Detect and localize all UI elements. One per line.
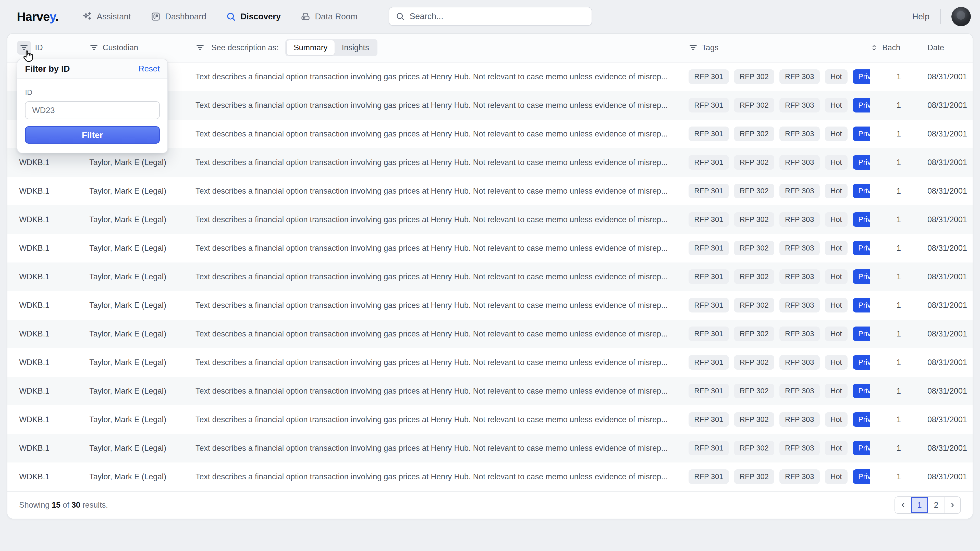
tag-pill[interactable]: RFP 302 (734, 269, 774, 284)
tag-pill[interactable]: Hot (825, 298, 848, 313)
priv-tag-pill[interactable]: Priv (853, 469, 870, 484)
tag-pill[interactable]: RFP 301 (689, 298, 729, 313)
tag-pill[interactable]: RFP 303 (780, 69, 820, 84)
tag-pill[interactable]: RFP 302 (734, 212, 774, 227)
tag-pill[interactable]: RFP 302 (734, 355, 774, 370)
priv-tag-pill[interactable]: Priv (853, 155, 870, 170)
tag-pill[interactable]: RFP 301 (689, 212, 729, 227)
priv-tag-pill[interactable]: Priv (853, 441, 870, 455)
tag-pill[interactable]: RFP 301 (689, 327, 729, 341)
tag-pill[interactable]: Hot (825, 184, 848, 198)
tag-pill[interactable]: Hot (825, 441, 848, 455)
tag-pill[interactable]: Hot (825, 327, 848, 341)
tag-pill[interactable]: Hot (825, 69, 848, 84)
tag-pill[interactable]: RFP 302 (734, 327, 774, 341)
tag-pill[interactable]: RFP 303 (780, 469, 820, 484)
tag-pill[interactable]: RFP 301 (689, 155, 729, 170)
tag-pill[interactable]: RFP 301 (689, 384, 729, 398)
tag-pill[interactable]: RFP 301 (689, 441, 729, 455)
tag-pill[interactable]: RFP 301 (689, 241, 729, 256)
priv-tag-pill[interactable]: Priv (853, 127, 870, 141)
tag-pill[interactable]: Hot (825, 412, 848, 427)
tag-pill[interactable]: Hot (825, 269, 848, 284)
tag-pill[interactable]: RFP 303 (780, 127, 820, 141)
priv-tag-pill[interactable]: Priv (853, 212, 870, 227)
tag-pill[interactable]: RFP 302 (734, 469, 774, 484)
tag-pill[interactable]: RFP 302 (734, 241, 774, 256)
next-page-button[interactable] (944, 497, 960, 513)
filter-icon[interactable] (89, 44, 99, 51)
tag-pill[interactable]: RFP 302 (734, 298, 774, 313)
priv-tag-pill[interactable]: Priv (853, 355, 870, 370)
page-button-1[interactable]: 1 (912, 497, 928, 513)
tag-pill[interactable]: RFP 303 (780, 412, 820, 427)
tag-pill[interactable]: RFP 303 (780, 327, 820, 341)
nav-item-discovery[interactable]: Discovery (226, 11, 281, 22)
global-search[interactable]: Search... (389, 7, 592, 26)
tag-pill[interactable]: RFP 303 (780, 155, 820, 170)
tag-pill[interactable]: RFP 301 (689, 269, 729, 284)
id-filter-input[interactable] (25, 101, 160, 119)
priv-tag-pill[interactable]: Priv (853, 412, 870, 427)
previous-page-button[interactable] (895, 497, 912, 513)
tag-pill[interactable]: RFP 301 (689, 355, 729, 370)
tag-pill[interactable]: RFP 303 (780, 98, 820, 113)
nav-item-data-room[interactable]: Data Room (300, 11, 358, 22)
priv-tag-pill[interactable]: Priv (853, 69, 870, 84)
priv-tag-pill[interactable]: Priv (853, 327, 870, 341)
nav-item-dashboard[interactable]: Dashboard (150, 11, 206, 22)
priv-tag-pill[interactable]: Priv (853, 241, 870, 256)
table-row[interactable]: WDKB.1 Taylor, Mark E (Legal) Text descr… (7, 205, 973, 234)
tag-pill[interactable]: RFP 302 (734, 184, 774, 198)
filter-icon[interactable] (689, 44, 698, 51)
table-row[interactable]: WDKB.1 Taylor, Mark E (Legal) Text descr… (7, 262, 973, 291)
toggle-insights[interactable]: Insights (334, 40, 376, 55)
priv-tag-pill[interactable]: Priv (853, 269, 870, 284)
tag-pill[interactable]: Hot (825, 241, 848, 256)
tag-pill[interactable]: RFP 303 (780, 241, 820, 256)
tag-pill[interactable]: RFP 303 (780, 184, 820, 198)
tag-pill[interactable]: RFP 302 (734, 127, 774, 141)
tag-pill[interactable]: Hot (825, 469, 848, 484)
priv-tag-pill[interactable]: Priv (853, 184, 870, 198)
tag-pill[interactable]: RFP 302 (734, 155, 774, 170)
reset-button[interactable]: Reset (138, 64, 160, 73)
tag-pill[interactable]: Hot (825, 127, 848, 141)
filter-submit-button[interactable]: Filter (25, 126, 160, 144)
nav-item-assistant[interactable]: Assistant (82, 11, 131, 22)
tag-pill[interactable]: Hot (825, 355, 848, 370)
tag-pill[interactable]: RFP 301 (689, 98, 729, 113)
table-row[interactable]: WDKB.1 Taylor, Mark E (Legal) Text descr… (7, 348, 973, 377)
tag-pill[interactable]: RFP 303 (780, 355, 820, 370)
tag-pill[interactable]: RFP 303 (780, 441, 820, 455)
table-row[interactable]: WDKB.1 Taylor, Mark E (Legal) Text descr… (7, 462, 973, 491)
tag-pill[interactable]: RFP 303 (780, 269, 820, 284)
table-row[interactable]: WDKB.1 Taylor, Mark E (Legal) Text descr… (7, 177, 973, 205)
priv-tag-pill[interactable]: Priv (853, 298, 870, 313)
sort-icon[interactable] (870, 44, 878, 52)
priv-tag-pill[interactable]: Priv (853, 384, 870, 398)
tag-pill[interactable]: RFP 301 (689, 127, 729, 141)
tag-pill[interactable]: Hot (825, 155, 848, 170)
harvey-logo[interactable]: Harvey. (17, 10, 59, 24)
tag-pill[interactable]: RFP 302 (734, 412, 774, 427)
tag-pill[interactable]: RFP 303 (780, 298, 820, 313)
table-row[interactable]: WDKB.1 Taylor, Mark E (Legal) Text descr… (7, 377, 973, 405)
filter-icon[interactable] (196, 44, 205, 51)
table-row[interactable]: WDKB.1 Taylor, Mark E (Legal) Text descr… (7, 405, 973, 434)
tag-pill[interactable]: Hot (825, 384, 848, 398)
tag-pill[interactable]: RFP 301 (689, 412, 729, 427)
tag-pill[interactable]: RFP 301 (689, 184, 729, 198)
tag-pill[interactable]: RFP 303 (780, 212, 820, 227)
table-row[interactable]: WDKB.1 Taylor, Mark E (Legal) Text descr… (7, 234, 973, 262)
page-button-2[interactable]: 2 (928, 497, 944, 513)
user-avatar[interactable] (951, 7, 971, 26)
tag-pill[interactable]: RFP 302 (734, 69, 774, 84)
priv-tag-pill[interactable]: Priv (853, 98, 870, 113)
tag-pill[interactable]: Hot (825, 212, 848, 227)
table-row[interactable]: WDKB.1 Taylor, Mark E (Legal) Text descr… (7, 291, 973, 320)
tag-pill[interactable]: RFP 301 (689, 469, 729, 484)
table-row[interactable]: WDKB.1 Taylor, Mark E (Legal) Text descr… (7, 320, 973, 348)
tag-pill[interactable]: RFP 301 (689, 69, 729, 84)
help-link[interactable]: Help (912, 12, 929, 21)
